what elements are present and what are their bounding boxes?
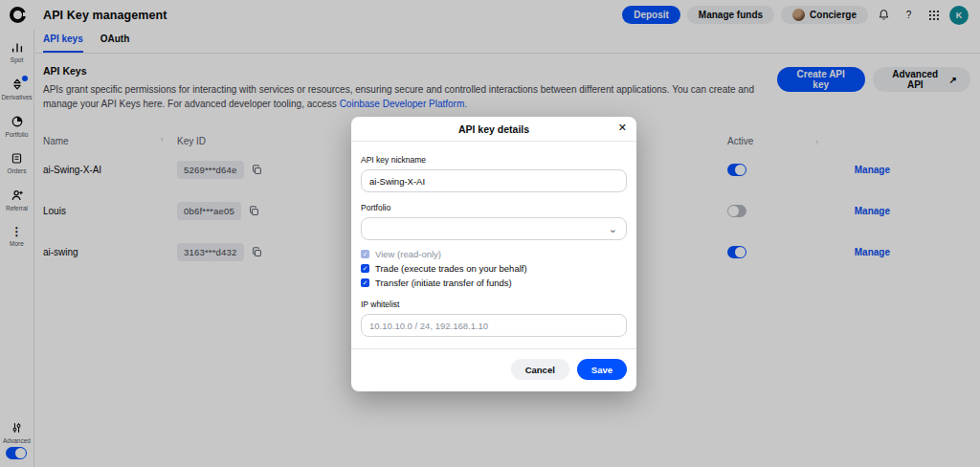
portfolio-label: Portfolio <box>361 203 627 212</box>
chevron-down-icon: ⌄ <box>609 226 617 232</box>
permission-label: Trade (execute trades on your behalf) <box>375 263 527 274</box>
view-checkbox: ✓ <box>361 250 369 258</box>
modal-title: API key details <box>458 123 529 135</box>
save-button[interactable]: Save <box>577 359 627 380</box>
permission-label: Transfer (initiate transfer of funds) <box>375 278 512 288</box>
cancel-button[interactable]: Cancel <box>511 359 569 380</box>
trade-checkbox[interactable]: ✓ <box>361 264 369 273</box>
close-icon[interactable]: ✕ <box>618 122 627 134</box>
nickname-input[interactable] <box>361 169 627 192</box>
permission-row-transfer: ✓ Transfer (initiate transfer of funds) <box>361 278 627 288</box>
permission-row-view: ✓ View (read-only) <box>361 249 627 259</box>
permissions-group: ✓ View (read-only) ✓ Trade (execute trad… <box>361 249 627 288</box>
modal-body: API key nickname Portfolio ⌄ ✓ View (rea… <box>351 142 636 348</box>
modal-footer: Cancel Save <box>351 348 636 391</box>
permission-label: View (read-only) <box>375 249 441 259</box>
ip-whitelist-label: IP whitelist <box>361 300 627 309</box>
ip-whitelist-input[interactable] <box>361 314 627 337</box>
permission-row-trade: ✓ Trade (execute trades on your behalf) <box>361 263 627 274</box>
transfer-checkbox[interactable]: ✓ <box>361 278 369 287</box>
api-key-details-modal: API key details ✕ API key nickname Portf… <box>351 117 636 391</box>
nickname-label: API key nickname <box>361 155 627 165</box>
portfolio-select[interactable]: ⌄ <box>361 217 627 240</box>
modal-header: API key details ✕ <box>351 117 636 142</box>
